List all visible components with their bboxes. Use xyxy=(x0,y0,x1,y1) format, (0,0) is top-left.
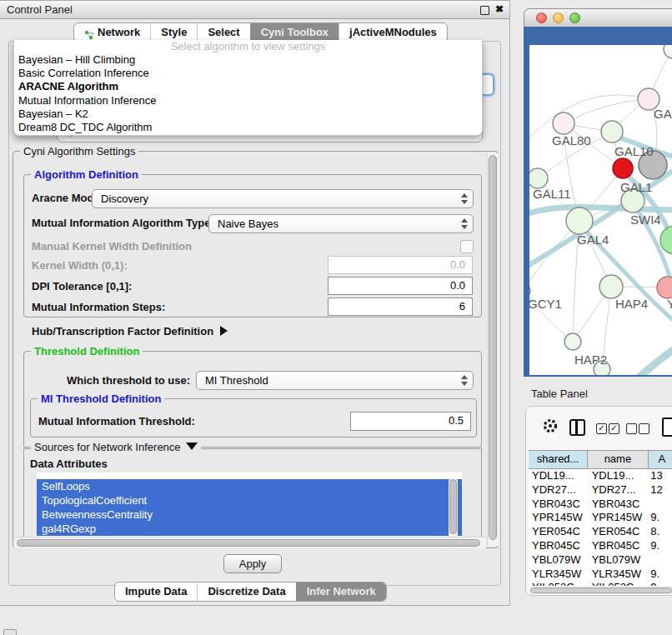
table-cell: YBR045C xyxy=(589,539,649,553)
attribute-item-betweennesscentrality[interactable]: BetweennessCentrality xyxy=(37,508,462,522)
algorithm-option-aracne-algorithm[interactable]: ARACNE Algorithm xyxy=(14,80,482,93)
attributes-list-scrollbar[interactable] xyxy=(449,478,458,539)
table-row[interactable]: YLR345WYLR345W9. xyxy=(529,568,672,582)
algorithm-option-bayesian-hill-climbing[interactable]: Bayesian – Hill Climbing xyxy=(14,53,482,67)
select-checked-icon[interactable]: ✓ xyxy=(596,423,607,434)
network-canvas[interactable]: GALGAL80GAL10GAL1GAL11SWI4GAL4GCY1HAP4YH… xyxy=(529,45,672,375)
network-edge[interactable] xyxy=(638,337,672,375)
algorithm-dropdown: Select algorithm to view settings Bayesi… xyxy=(13,40,483,136)
node-label-gal80: GAL80 xyxy=(552,133,591,148)
tab-label: Network xyxy=(98,23,140,42)
mi-steps-field[interactable]: 6 xyxy=(328,298,473,316)
data-attributes-label: Data Attributes xyxy=(30,458,108,470)
kernel-width-label: Kernel Width (0,1): xyxy=(32,259,128,272)
close-icon[interactable]: ✖ xyxy=(495,1,504,18)
close-traffic-light[interactable] xyxy=(536,12,547,23)
tab-label: Infer Network xyxy=(307,582,376,601)
table-row[interactable]: YER054CYER054C8. xyxy=(529,525,672,539)
table-row[interactable]: YDL19...YDL19...13 xyxy=(529,469,672,483)
float-window-icon[interactable] xyxy=(480,6,489,15)
table-horizontal-scrollbar[interactable] xyxy=(529,587,672,594)
scrollbar-thumb[interactable] xyxy=(530,588,672,593)
node-label-gal11: GAL11 xyxy=(533,187,571,201)
dpi-tolerance-field[interactable]: 0.0 xyxy=(328,277,473,295)
table-cell: YDL19... xyxy=(589,469,649,483)
algorithm-dropdown-placeholder: Select algorithm to view settings xyxy=(14,40,482,53)
tab-label: Select xyxy=(208,23,239,42)
document-icon[interactable] xyxy=(662,418,672,437)
table-cell: YBR045C xyxy=(529,539,589,553)
table-row[interactable]: YBR043CYBR043C xyxy=(529,498,672,512)
aracne-mode-combobox[interactable]: Discovery xyxy=(92,189,474,208)
table-row[interactable]: YBL079WYBL079W xyxy=(529,553,672,568)
mi-threshold-field[interactable]: 0.5 xyxy=(350,412,471,431)
network-node[interactable] xyxy=(660,226,672,254)
zoom-traffic-light[interactable] xyxy=(569,12,580,23)
tab-infer-network[interactable]: Infer Network xyxy=(296,582,386,601)
scrollbar-thumb[interactable] xyxy=(449,479,457,534)
table-row[interactable]: YIL052CYIL052C9 xyxy=(529,581,672,586)
algorithm-option-basic-correlation-inference[interactable]: Basic Correlation Inference xyxy=(14,67,482,80)
control-panel-window: Control Panel ✖ NetworkStyleSelectCyni T… xyxy=(0,0,510,606)
gear-icon[interactable] xyxy=(541,416,559,436)
hub-definition-toggle[interactable]: Hub/Transcription Factor Definition xyxy=(32,325,228,338)
sources-title-text: Sources for Network Inference xyxy=(34,441,181,453)
network-node-y[interactable] xyxy=(657,277,672,298)
network-node-gal4[interactable] xyxy=(566,208,593,234)
which-threshold-combobox[interactable]: MI Threshold xyxy=(196,371,474,390)
select-unchecked-icon[interactable] xyxy=(639,423,649,434)
network-edge[interactable] xyxy=(564,99,649,123)
algorithm-option-bayesian-k2[interactable]: Bayesian – K2 xyxy=(14,108,482,121)
network-node-gal11[interactable] xyxy=(529,168,548,188)
attribute-item-topologicalcoefficient[interactable]: TopologicalCoefficient xyxy=(37,493,462,508)
attribute-item-gal4rgexp[interactable]: gal4RGexp xyxy=(37,522,462,536)
scrollbar-thumb[interactable] xyxy=(489,155,497,540)
table-row[interactable]: YDR27...YDR27...12 xyxy=(529,483,672,498)
select-unchecked-icon[interactable] xyxy=(626,423,637,434)
mi-type-combobox[interactable]: Naive Bayes xyxy=(208,214,474,233)
table-cell: 13 xyxy=(649,469,672,483)
tab-select[interactable]: Select xyxy=(197,23,249,42)
tab-cyni-toolbox[interactable]: Cyni Toolbox xyxy=(250,23,339,42)
panel-grip[interactable] xyxy=(3,629,17,635)
node-table: shared...nameA YDL19...YDL19...13YDR27..… xyxy=(529,450,672,586)
network-node-gal80[interactable] xyxy=(553,112,574,134)
apply-button[interactable]: Apply xyxy=(223,554,282,573)
network-node-hap4[interactable] xyxy=(599,275,623,298)
network-node[interactable] xyxy=(664,45,672,58)
tab-jactivemnodules[interactable]: jActiveMNodules xyxy=(339,23,447,42)
tab-discretize-data[interactable]: Discretize Data xyxy=(197,582,295,601)
mi-type-label: Mutual Information Algorithm Type: xyxy=(32,217,214,229)
table-row[interactable]: YBR045CYBR045C9. xyxy=(529,539,672,553)
algorithm-option-dream8-dc-tdc-algorithm[interactable]: Dream8 DC_TDC Algorithm xyxy=(14,121,482,134)
table-row[interactable]: YPR145WYPR145W9. xyxy=(529,511,672,525)
network-view-window: GALGAL80GAL10GAL1GAL11SWI4GAL4GCY1HAP4YH… xyxy=(524,8,672,377)
threshold-definition-title: Threshold Definition xyxy=(31,345,143,358)
tab-network[interactable]: Network xyxy=(74,23,150,42)
table-toolbar: ✓ ✓ xyxy=(526,415,672,445)
column-header-shared[interactable]: shared... xyxy=(529,451,588,468)
network-node-gal1[interactable] xyxy=(613,158,633,178)
tab-style[interactable]: Style xyxy=(150,23,197,42)
network-node-hap2[interactable] xyxy=(564,333,581,350)
attribute-item-selfloops[interactable]: SelfLoops xyxy=(37,479,462,493)
kernel-width-field[interactable]: 0.0 xyxy=(328,256,473,274)
column-header-a[interactable]: A xyxy=(649,451,672,468)
sources-group-title[interactable]: Sources for Network Inference xyxy=(31,441,201,453)
settings-horizontal-scrollbar[interactable] xyxy=(14,537,486,548)
expanded-arrow-icon xyxy=(186,442,198,450)
settings-vertical-scrollbar[interactable] xyxy=(487,153,499,546)
minimize-traffic-light[interactable] xyxy=(553,12,564,23)
column-header-name[interactable]: name xyxy=(588,451,648,468)
network-node-gal10[interactable] xyxy=(601,121,623,142)
select-checked-icon[interactable]: ✓ xyxy=(609,423,619,434)
network-window-frame: GALGAL80GAL10GAL1GAL11SWI4GAL4GCY1HAP4YH… xyxy=(524,27,672,377)
algorithm-option-mutual-information-inference[interactable]: Mutual Information Inference xyxy=(14,94,482,108)
table-panel-card: ✓ ✓ shared...nameA YDL19...YDL19...13YDR… xyxy=(525,406,672,596)
manual-kernel-checkbox[interactable] xyxy=(460,240,474,253)
table-cell: 9. xyxy=(649,568,672,582)
tab-impute-data[interactable]: Impute Data xyxy=(115,582,197,601)
node-label-swi4: SWI4 xyxy=(630,212,661,227)
columns-icon[interactable] xyxy=(569,419,585,436)
scrollbar-thumb[interactable] xyxy=(17,539,480,547)
